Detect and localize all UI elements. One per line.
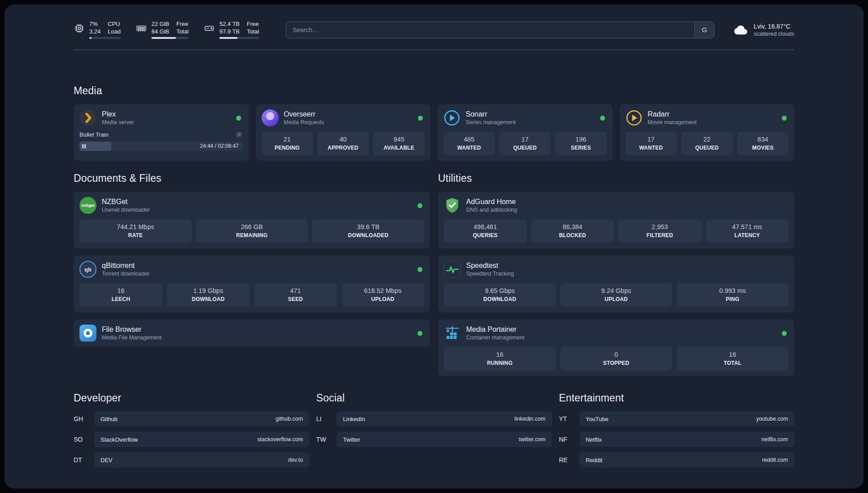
pause-icon[interactable] bbox=[82, 144, 86, 148]
nzbget-titles: NZBGet Usenet downloader bbox=[102, 197, 150, 213]
bookmark-link-youtube[interactable]: YouTube youtube.com bbox=[580, 411, 794, 426]
bookmark-abbr: RE bbox=[559, 456, 575, 464]
app-subtitle: Movie management bbox=[648, 119, 697, 126]
plex-icon bbox=[79, 109, 96, 126]
stat-total: 16 TOTAL bbox=[676, 347, 789, 371]
app-card-nzbget[interactable]: nzbget NZBGet Usenet downloader 744.21 M… bbox=[74, 192, 430, 248]
sonarr-titles: Sonarr Series management bbox=[466, 110, 516, 126]
search-engine-button[interactable]: G bbox=[694, 22, 714, 38]
bookmark-link-dev[interactable]: DEV dev.to bbox=[94, 452, 309, 468]
cpu-load: 3.24 bbox=[89, 28, 100, 35]
status-dot bbox=[417, 331, 422, 336]
plex-now-playing: Bullet Train 24:44 / 02:06:47 bbox=[79, 131, 243, 151]
app-name: File Browser bbox=[102, 325, 162, 334]
bookmark-row: SO StackOverflow stackoverflow.com bbox=[74, 432, 309, 447]
status-dot bbox=[418, 116, 423, 121]
status-dot bbox=[782, 116, 787, 121]
stat-downloaded: 39.6 TB DOWNLOADED bbox=[312, 219, 424, 243]
bookmark-link-stackoverflow[interactable]: StackOverflow stackoverflow.com bbox=[94, 432, 309, 447]
disk-label-1: Free bbox=[247, 21, 259, 28]
status-dot bbox=[417, 267, 422, 272]
filebrowser-icon bbox=[79, 325, 96, 342]
disk-total: 97.9 TB bbox=[219, 28, 239, 35]
stat-upload: 618.52 Mbps UPLOAD bbox=[342, 283, 425, 307]
app-card-qbittorrent[interactable]: qb qBittorrent Torrent downloader 16 LEE… bbox=[74, 255, 430, 312]
cpu-label-2: Load bbox=[108, 28, 121, 35]
cpu-percent: 7% bbox=[89, 21, 100, 28]
cpu-label-1: CPU bbox=[108, 21, 121, 28]
app-name: Media Portainer bbox=[466, 325, 525, 334]
bookmark-abbr: YT bbox=[559, 415, 575, 422]
ram-label-1: Free bbox=[176, 21, 188, 28]
app-card-portainer[interactable]: Media Portainer Container management 16 … bbox=[438, 319, 794, 376]
bookmark-link-github[interactable]: Github github.com bbox=[94, 411, 309, 426]
dashboard-page: 7% CPU 3.24 Load 22 GiB Free 64 GiB Tota… bbox=[4, 4, 864, 489]
sonarr-icon bbox=[443, 109, 460, 126]
bookmark-row: NF Netflix netflix.com bbox=[559, 432, 794, 447]
playback-progress-bar[interactable]: 24:44 / 02:06:47 bbox=[79, 142, 243, 151]
section-title-utilities: Utilities bbox=[438, 172, 794, 184]
bookmark-link-twitter[interactable]: Twitter twitter.com bbox=[337, 432, 551, 447]
bookmark-row: GH Github github.com bbox=[74, 411, 309, 426]
portainer-titles: Media Portainer Container management bbox=[466, 325, 525, 341]
stat-blocked: 86,384 BLOCKED bbox=[531, 219, 614, 243]
disk-stat: 52.4 TB Free 97.9 TB Total bbox=[204, 21, 259, 39]
stat-series: 196 SERIES bbox=[555, 132, 606, 155]
cloud-icon bbox=[731, 23, 748, 37]
bookmark-link-reddit[interactable]: Reddit reddit.com bbox=[580, 452, 794, 468]
app-card-adguard[interactable]: AdGuard Home DNS and adblocking 498,461 … bbox=[438, 192, 794, 248]
stat-seed: 471 SEED bbox=[254, 283, 337, 307]
bookmark-row: YT YouTube youtube.com bbox=[559, 411, 794, 426]
nzbget-icon: nzbget bbox=[79, 197, 96, 214]
gear-icon[interactable] bbox=[235, 131, 243, 138]
speedtest-icon bbox=[444, 261, 461, 278]
ram-icon bbox=[136, 23, 147, 34]
cpu-usage-bar bbox=[89, 37, 121, 39]
app-card-speedtest[interactable]: Speedtest Speedtest Tracking 9.65 Gbps D… bbox=[438, 255, 794, 312]
stat-upload: 9.24 Gbps UPLOAD bbox=[560, 283, 672, 307]
stat-available: 945 AVAILABLE bbox=[373, 132, 425, 155]
app-name: Speedtest bbox=[466, 261, 514, 270]
section-documents: Documents & Files nzbget NZBGet Usenet d… bbox=[74, 172, 430, 347]
bookmark-abbr: NF bbox=[559, 436, 575, 443]
section-title-developer: Developer bbox=[74, 392, 309, 404]
stat-wanted: 17 WANTED bbox=[626, 132, 677, 155]
bookmark-abbr: DT bbox=[74, 456, 90, 464]
app-subtitle: Usenet downloader bbox=[102, 206, 150, 213]
app-card-sonarr[interactable]: Sonarr Series management 485 WANTED 17 Q… bbox=[438, 104, 613, 161]
stat-latency: 47.571 ms LATENCY bbox=[706, 219, 789, 243]
disk-usage-fill bbox=[219, 37, 238, 39]
app-card-overseerr[interactable]: Overseerr Media Requests 21 PENDING 40 A… bbox=[256, 104, 431, 161]
section-title-social: Social bbox=[316, 392, 551, 404]
ram-usage-bar bbox=[151, 37, 188, 39]
status-dot bbox=[782, 331, 787, 336]
qbittorrent-titles: qBittorrent Torrent downloader bbox=[102, 261, 150, 277]
stat-ping: 0.993 ms PING bbox=[676, 283, 789, 307]
app-card-radarr[interactable]: Radarr Movie management 17 WANTED 22 QUE… bbox=[620, 104, 795, 161]
search-bar: G bbox=[286, 21, 714, 38]
ram-stat-body: 22 GiB Free 64 GiB Total bbox=[151, 21, 188, 39]
app-subtitle: Media Requests bbox=[284, 119, 324, 126]
ram-usage-fill bbox=[151, 37, 176, 39]
app-name: Sonarr bbox=[466, 110, 516, 119]
bookmark-link-netflix[interactable]: Netflix netflix.com bbox=[580, 432, 794, 447]
app-name: NZBGet bbox=[102, 197, 150, 206]
app-subtitle: Media server bbox=[102, 119, 134, 126]
section-media: Media Plex Media server Bullet Train bbox=[74, 85, 794, 161]
bookmark-abbr: GH bbox=[74, 415, 90, 422]
topbar-divider bbox=[74, 50, 794, 50]
weather-widget[interactable]: Lviv, 16.87°C scattered clouds bbox=[731, 22, 794, 38]
status-dot bbox=[236, 116, 241, 121]
stat-rate: 744.21 Mbps RATE bbox=[79, 219, 192, 243]
search-input[interactable] bbox=[286, 22, 694, 38]
section-title-media: Media bbox=[74, 85, 794, 97]
app-card-filebrowser[interactable]: File Browser Media File Management bbox=[74, 319, 430, 347]
section-entertainment: Entertainment YT YouTube youtube.com NF … bbox=[559, 392, 794, 468]
bookmark-link-linkedin[interactable]: LinkedIn linkedin.com bbox=[337, 411, 551, 426]
stat-leech: 16 LEECH bbox=[79, 283, 163, 307]
bookmark-row: DT DEV dev.to bbox=[74, 452, 309, 468]
stat-queries: 498,461 QUERIES bbox=[444, 219, 527, 243]
app-card-plex[interactable]: Plex Media server Bullet Train bbox=[74, 104, 249, 161]
section-title-documents: Documents & Files bbox=[74, 172, 430, 184]
app-subtitle: DNS and adblocking bbox=[466, 206, 517, 213]
